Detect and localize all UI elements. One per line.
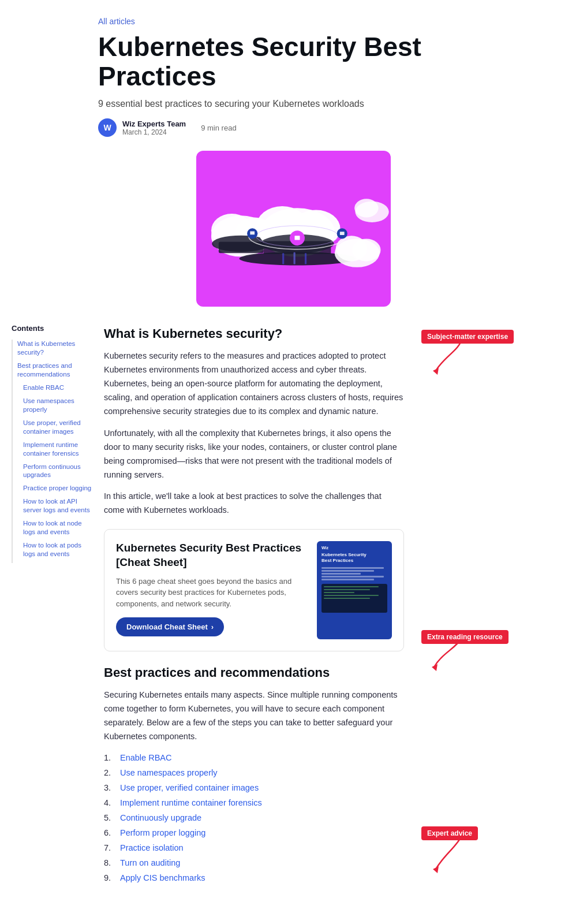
best-practices-list-item: 8.Turn on auditing (104, 858, 404, 867)
extra-reading-badge: Extra reading resource (421, 630, 509, 644)
list-item-link[interactable]: Use proper, verified container images (120, 783, 259, 792)
header-section: All articles Kubernetes Security Best Pr… (0, 0, 587, 137)
svg-rect-27 (305, 253, 306, 264)
toc-item[interactable]: Implement runtime container forensics (17, 441, 92, 458)
preview-code-line (324, 598, 370, 599)
best-practices-list-item: 5.Continuously upgrade (104, 813, 404, 822)
svg-marker-30 (433, 866, 439, 873)
avatar: W (98, 118, 117, 137)
hero-image (196, 151, 391, 307)
toc-item[interactable]: How to look at API server logs and event… (17, 497, 92, 515)
best-practices-list-item: 3.Use proper, verified container images (104, 783, 404, 792)
toc-item[interactable]: Practice proper logging (17, 484, 92, 493)
subject-matter-annotation: Subject-matter expertise (421, 330, 531, 382)
what-is-para-2: Unfortunately, with all the complexity t… (104, 427, 404, 482)
list-item-link[interactable]: Implement runtime container forensics (120, 798, 262, 807)
preview-lines (321, 567, 387, 580)
svg-marker-28 (433, 368, 439, 375)
list-item-link[interactable]: Practice isolation (120, 843, 184, 852)
best-practices-intro: Securing Kubernetes entails many aspects… (104, 688, 404, 744)
cheat-sheet-title: Kubernetes Security Best Practices [Chea… (116, 541, 308, 569)
best-practices-list-item: 9.Apply CIS benchmarks (104, 873, 404, 882)
hero-illustration (196, 151, 391, 307)
expert-advice-annotation: Expert advice (421, 826, 531, 878)
toc-item[interactable]: Use proper, verified container images (17, 419, 92, 436)
toc-item[interactable]: Use namespaces properly (17, 397, 92, 414)
preview-line (321, 570, 374, 572)
list-item-number: 7. (104, 843, 117, 852)
cheat-sheet-preview: Wiz Kubernetes SecurityBest Practices (317, 541, 392, 639)
toc-scrollable[interactable]: What is Kubernetes security?Best practic… (12, 340, 92, 563)
best-practices-list: 1.Enable RBAC2.Use namespaces properly3.… (104, 753, 404, 882)
list-item-link[interactable]: Perform proper logging (120, 828, 205, 837)
list-item-number: 6. (104, 828, 117, 837)
svg-rect-24 (294, 236, 300, 240)
best-practices-section: Best practices and recommendations Secur… (104, 665, 404, 882)
article-subtitle: 9 essential best practices to securing y… (98, 99, 489, 109)
best-practices-list-item: 6.Perform proper logging (104, 828, 404, 837)
toc-item[interactable]: Perform continuous upgrades (17, 463, 92, 480)
toc-item[interactable]: How to look at pods logs and events (17, 541, 92, 558)
preview-code-line (324, 595, 379, 596)
author-row: W Wiz Experts Team March 1, 2024 9 min r… (98, 118, 489, 137)
main-content: What is Kubernetes security? Kubernetes … (98, 324, 416, 888)
preview-title: Kubernetes SecurityBest Practices (321, 552, 387, 563)
list-item-number: 1. (104, 753, 117, 762)
what-is-para-1: Kubernetes security refers to the measur… (104, 349, 404, 419)
download-cheat-sheet-button[interactable]: Download Cheat Sheet › (116, 617, 224, 636)
author-date: March 1, 2024 (122, 128, 186, 136)
svg-rect-20 (250, 232, 255, 235)
subject-matter-badge: Subject-matter expertise (421, 330, 514, 344)
what-is-para-3: In this article, we'll take a look at be… (104, 490, 404, 517)
preview-line (321, 573, 361, 575)
preview-line (321, 567, 384, 569)
cheat-sheet-text: Kubernetes Security Best Practices [Chea… (116, 541, 308, 636)
expert-advice-badge: Expert advice (421, 826, 478, 840)
preview-code-line (324, 592, 354, 593)
best-practices-list-item: 1.Enable RBAC (104, 753, 404, 762)
toc-item[interactable]: What is Kubernetes security? (17, 340, 92, 357)
svg-rect-22 (340, 232, 345, 235)
best-practices-heading: Best practices and recommendations (104, 665, 404, 680)
content-area: Contents What is Kubernetes security?Bes… (0, 307, 587, 888)
read-time: 9 min read (201, 124, 236, 132)
svg-point-16 (354, 199, 378, 217)
breadcrumb-link[interactable]: All articles (98, 17, 135, 26)
list-item-link[interactable]: Apply CIS benchmarks (120, 873, 205, 882)
toc-item[interactable]: Best practices and recommendations (17, 362, 92, 379)
preview-line (321, 579, 374, 580)
best-practices-list-item: 7.Practice isolation (104, 843, 404, 852)
preview-code-block (321, 584, 387, 613)
preview-header: Wiz (321, 546, 387, 550)
cheat-sheet-box: Kubernetes Security Best Practices [Chea… (104, 529, 404, 651)
extra-reading-annotation: Extra reading resource (421, 630, 531, 676)
toc-item[interactable]: How to look at node logs and events (17, 519, 92, 536)
best-practices-list-item: 2.Use namespaces properly (104, 768, 404, 777)
preview-line (321, 576, 384, 578)
annotations-column: Subject-matter expertise Extra reading r… (416, 324, 537, 888)
list-item-number: 9. (104, 873, 117, 882)
list-item-link[interactable]: Continuously upgrade (120, 813, 201, 822)
list-item-number: 4. (104, 798, 117, 807)
what-is-heading: What is Kubernetes security? (104, 326, 404, 341)
hero-wrapper (0, 151, 587, 307)
list-item-link[interactable]: Enable RBAC (120, 753, 171, 762)
list-item-number: 2. (104, 768, 117, 777)
list-item-link[interactable]: Use namespaces properly (120, 768, 217, 777)
svg-point-14 (352, 239, 380, 262)
sidebar-toc: Contents What is Kubernetes security?Bes… (0, 324, 98, 563)
page-wrapper: All articles Kubernetes Security Best Pr… (0, 0, 587, 888)
list-item-link[interactable]: Turn on auditing (120, 858, 180, 867)
author-name: Wiz Experts Team (122, 120, 186, 128)
toc-item[interactable]: Enable RBAC (17, 383, 92, 392)
svg-rect-25 (282, 253, 284, 264)
list-item-number: 5. (104, 813, 117, 822)
list-item-number: 8. (104, 858, 117, 867)
list-item-number: 3. (104, 783, 117, 792)
preview-code-line (324, 589, 370, 590)
toc-title: Contents (12, 324, 92, 333)
author-info: Wiz Experts Team March 1, 2024 (122, 120, 186, 136)
preview-code-line (324, 586, 379, 587)
best-practices-list-item: 4.Implement runtime container forensics (104, 798, 404, 807)
svg-rect-26 (294, 252, 296, 264)
